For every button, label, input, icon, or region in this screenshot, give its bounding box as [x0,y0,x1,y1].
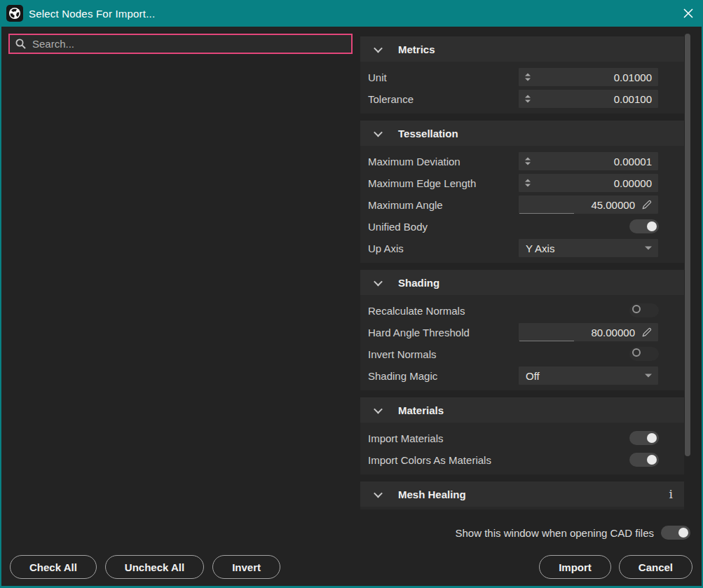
scrollbar-thumb[interactable] [685,34,690,456]
row-unified-body: Unified Body [360,215,684,237]
search-input[interactable] [32,38,351,50]
section-body-metrics: Unit0.01000Tolerance0.00100 [360,62,684,114]
slider-track[interactable] [519,213,574,214]
setting-label: Shading Magic [368,369,437,381]
check-all-button[interactable]: Check All [10,555,97,579]
section-mesh-healing: Mesh Healingi [360,481,684,510]
row-shading-magic: Shading MagicOff [360,364,684,386]
setting-label: Unified Body [368,220,428,232]
setting-value: 0.00001 [614,155,652,167]
setting-label: Hard Angle Threshold [368,326,470,338]
chevron-down-icon [374,404,383,413]
spin-up-icon [525,73,531,76]
chevron-down-icon [374,488,383,498]
import-dialog-window: Select Nodes For Import... MetricsUnit0.… [0,0,703,588]
setting-control: 80.00000 [519,323,658,341]
toggle-knob [632,305,641,313]
setting-label: Unit [368,71,387,83]
spin-down-icon [525,78,531,81]
title-bar: Select Nodes For Import... [0,0,703,27]
section-title: Tessellation [398,128,458,139]
import-materials-toggle[interactable] [629,431,659,445]
toggle-knob [632,348,641,357]
section-header-materials[interactable]: Materials [360,397,684,423]
pencil-edit-icon[interactable] [641,199,653,210]
hard-angle-threshold-field[interactable]: 80.00000 [519,323,658,341]
row-recalculate-normals: Recalculate Normals [360,299,684,321]
row-up-axis: Up AxisY Axis [360,237,684,259]
maximum-deviation-field[interactable]: 0.00001 [519,152,658,170]
close-icon[interactable] [682,7,695,20]
unit-field[interactable]: 0.01000 [519,68,658,86]
spin-up-icon [525,157,531,160]
row-maximum-edge-length: Maximum Edge Length0.00000 [360,172,684,193]
chevron-down-icon [374,277,383,286]
show-window-label: Show this window when opening CAD files [456,527,654,539]
import-colors-as-materials-toggle[interactable] [629,453,659,467]
setting-label: Tolerance [368,93,414,104]
section-title: Metrics [398,43,435,55]
dialog-buttons: ImportCancel [539,555,692,579]
row-unit: Unit0.01000 [360,66,684,88]
setting-control: 0.01000 [519,68,658,86]
show-window-toggle[interactable] [661,526,690,540]
setting-label: Maximum Angle [368,198,443,210]
recalculate-normals-toggle[interactable] [629,303,659,317]
section-header-shading[interactable]: Shading [360,270,684,295]
setting-value: 0.01000 [614,71,652,83]
section-header-tessellation[interactable]: Tessellation [360,121,684,146]
spinner-arrows-icon[interactable] [525,73,531,81]
import-button[interactable]: Import [539,555,611,579]
section-tessellation: TessellationMaximum Deviation0.00001Maxi… [360,121,684,263]
app-logo-icon [6,5,23,22]
section-header-metrics[interactable]: Metrics [360,36,684,62]
setting-control: 0.00001 [519,152,658,170]
setting-value: Y Axis [526,242,554,254]
spinner-arrows-icon[interactable] [525,157,531,165]
invert-button[interactable]: Invert [212,555,280,579]
unified-body-toggle[interactable] [629,219,659,233]
maximum-edge-length-field[interactable]: 0.00000 [519,174,658,192]
toggle-knob [678,528,688,538]
setting-control: 0.00100 [519,90,658,108]
setting-value: 0.00100 [614,93,652,104]
section-header-mesh-healing[interactable]: Mesh Healingi [360,481,684,507]
dropdown-caret-icon [645,374,652,377]
toggle-knob [647,433,657,443]
setting-label: Invert Normals [368,348,437,360]
section-metrics: MetricsUnit0.01000Tolerance0.00100 [360,36,684,114]
setting-label: Maximum Edge Length [368,177,476,189]
window-border-left [0,0,1,588]
uncheck-all-button[interactable]: Uncheck All [105,555,204,579]
tolerance-field[interactable]: 0.00100 [519,90,658,108]
section-body-materials: Import MaterialsImport Colors As Materia… [360,423,684,474]
window-title: Select Nodes For Import... [29,0,155,27]
selection-buttons: Check AllUncheck AllInvert [10,555,280,579]
setting-label: Up Axis [368,242,404,254]
setting-value: 0.00000 [614,177,652,189]
search-icon [15,38,27,50]
spinner-arrows-icon[interactable] [525,179,531,186]
shading-magic-dropdown[interactable]: Off [519,367,658,385]
setting-label: Import Materials [368,432,444,444]
show-window-pref: Show this window when opening CAD files [456,526,690,540]
search-field-container [8,34,353,54]
row-import-materials: Import Materials [360,427,684,449]
invert-normals-toggle[interactable] [629,347,659,361]
cancel-button[interactable]: Cancel [619,555,692,579]
settings-scroll: MetricsUnit0.01000Tolerance0.00100Tessel… [360,31,684,514]
up-axis-dropdown[interactable]: Y Axis [519,239,658,257]
section-shading: ShadingRecalculate NormalsHard Angle Thr… [360,270,684,390]
dropdown-caret-icon [645,246,652,249]
section-body-mesh-healing [360,507,684,510]
slider-track[interactable] [519,341,574,341]
pencil-edit-icon[interactable] [641,327,653,338]
spin-down-icon [525,184,531,186]
node-tree-panel[interactable] [8,59,353,513]
maximum-angle-field[interactable]: 45.00000 [519,196,658,214]
spin-down-icon [525,100,531,102]
spinner-arrows-icon[interactable] [525,95,531,102]
info-icon[interactable]: i [669,487,673,501]
setting-control: 0.00000 [519,174,658,192]
section-title: Materials [398,404,444,416]
